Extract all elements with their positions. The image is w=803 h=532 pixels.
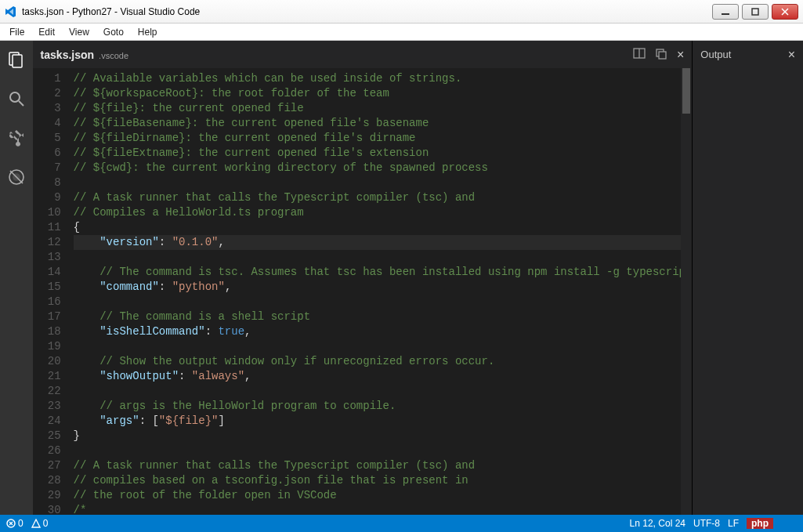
status-bar: 0 0 Ln 12, Col 24 UTF-8 LF php (0, 515, 803, 532)
close-window-button[interactable] (772, 4, 798, 20)
window-title: tasks.json - Python27 - Visual Studio Co… (22, 6, 712, 17)
status-cursor-position[interactable]: Ln 12, Col 24 (630, 518, 685, 529)
svg-rect-1 (752, 9, 758, 15)
tab-folder: .vscode (99, 51, 128, 60)
code-line[interactable]: // A task runner that calls the Typescri… (74, 458, 693, 473)
code-content[interactable]: // Available variables which can be used… (69, 68, 693, 515)
workbench: tasks.json .vscode × 1234567891011121314… (0, 41, 803, 515)
code-line[interactable]: // Compiles a HelloWorld.ts program (74, 205, 693, 220)
code-line[interactable]: // Show the output window only if unreco… (74, 354, 693, 369)
svg-rect-0 (722, 13, 729, 15)
svg-point-4 (10, 92, 20, 102)
code-line[interactable]: "command": "python", (74, 280, 693, 295)
menu-view[interactable]: View (63, 25, 96, 39)
status-errors[interactable]: 0 (6, 518, 24, 529)
explorer-icon[interactable] (5, 49, 27, 71)
code-line[interactable]: // ${fileDirname}: the current opened fi… (74, 131, 693, 146)
code-line[interactable]: { (74, 220, 693, 235)
status-encoding[interactable]: UTF-8 (693, 518, 720, 529)
code-line[interactable]: // ${workspaceRoot}: the root folder of … (74, 86, 693, 101)
git-icon[interactable] (5, 127, 27, 149)
svg-point-8 (13, 174, 20, 180)
code-line[interactable]: "showOutput": "always", (74, 369, 693, 384)
status-language-mode[interactable]: php (747, 518, 773, 529)
code-line[interactable] (74, 176, 693, 190)
code-line[interactable] (74, 443, 693, 458)
activity-bar (0, 41, 33, 515)
editor-tab-bar: tasks.json .vscode × (33, 41, 693, 68)
code-line[interactable]: "args": ["${file}"] (74, 414, 693, 429)
tab-filename[interactable]: tasks.json (41, 49, 94, 61)
code-line[interactable] (74, 295, 693, 309)
code-line[interactable]: // ${file}: the current opened file (74, 101, 693, 116)
split-editor-icon[interactable] (633, 47, 646, 62)
code-line[interactable] (74, 384, 693, 399)
editor-area: tasks.json .vscode × 1234567891011121314… (33, 41, 693, 515)
maximize-button[interactable] (742, 4, 769, 20)
code-line[interactable]: // ${cwd}: the current working directory… (74, 161, 693, 176)
code-line[interactable] (74, 250, 693, 265)
menu-file[interactable]: File (3, 25, 31, 39)
code-line[interactable]: "isShellCommand": true, (74, 324, 693, 339)
code-line[interactable]: /* (74, 503, 693, 515)
svg-rect-12 (659, 52, 666, 59)
code-line[interactable]: // args is the HelloWorld program to com… (74, 399, 693, 414)
window-titlebar: tasks.json - Python27 - Visual Studio Co… (0, 0, 803, 24)
code-line[interactable]: // ${fileBasename}: the current opened f… (74, 116, 693, 131)
search-icon[interactable] (5, 88, 27, 110)
svg-rect-3 (13, 55, 22, 67)
code-line[interactable]: "version": "0.1.0", (74, 235, 693, 250)
menu-edit[interactable]: Edit (32, 25, 61, 39)
code-line[interactable]: // The command is a shell script (74, 309, 693, 324)
output-panel-title: Output (700, 49, 731, 60)
debug-icon[interactable] (5, 166, 27, 188)
line-number-gutter: 1234567891011121314151617181920212223242… (33, 68, 69, 515)
code-line[interactable]: // The command is tsc. Assumes that tsc … (74, 265, 693, 280)
vscode-app-icon (5, 5, 17, 18)
code-line[interactable]: // A task runner that calls the Typescri… (74, 190, 693, 205)
more-actions-icon[interactable] (655, 47, 667, 62)
status-eol[interactable]: LF (728, 518, 739, 529)
code-line[interactable]: // compiles based on a tsconfig.json fil… (74, 473, 693, 488)
menu-bar: FileEditViewGotoHelp (0, 24, 803, 41)
output-panel: Output × (692, 41, 803, 515)
minimize-button[interactable] (712, 4, 739, 20)
overview-ruler[interactable] (681, 68, 692, 515)
code-line[interactable] (74, 339, 693, 354)
status-warnings[interactable]: 0 (31, 518, 49, 529)
close-tab-icon[interactable]: × (677, 48, 684, 62)
code-line[interactable]: // ${fileExtname}: the current opened fi… (74, 146, 693, 161)
code-editor[interactable]: 1234567891011121314151617181920212223242… (33, 68, 693, 515)
code-line[interactable]: // the root of the folder open in VSCode (74, 488, 693, 503)
menu-help[interactable]: Help (132, 25, 164, 39)
menu-goto[interactable]: Goto (97, 25, 130, 39)
status-warnings-count: 0 (43, 518, 49, 529)
svg-line-5 (19, 101, 24, 106)
status-errors-count: 0 (18, 518, 24, 529)
scrollbar-thumb[interactable] (682, 68, 690, 114)
close-output-icon[interactable]: × (788, 48, 795, 62)
code-line[interactable]: // Available variables which can be used… (74, 71, 693, 86)
code-line[interactable]: } (74, 429, 693, 443)
